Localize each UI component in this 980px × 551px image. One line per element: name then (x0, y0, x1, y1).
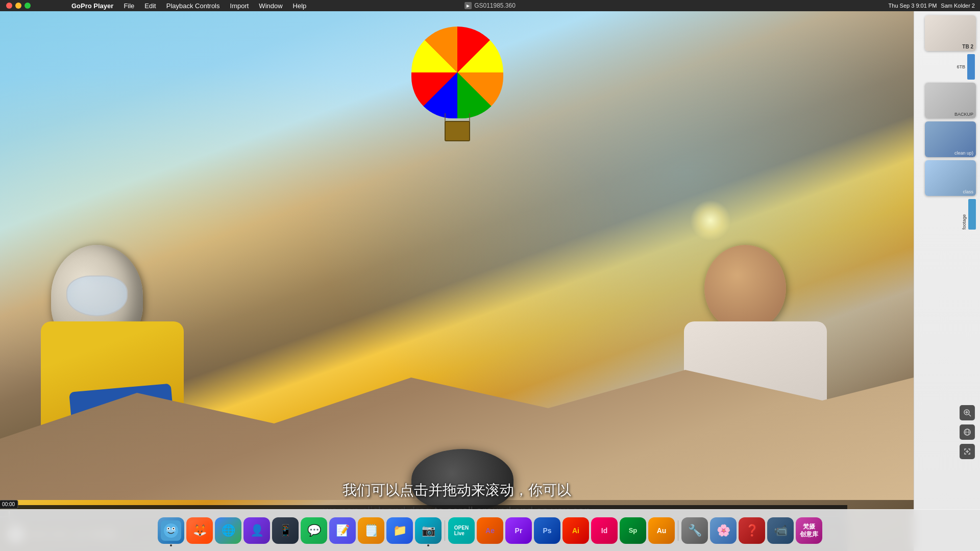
sidebar-item-class: class (918, 160, 976, 196)
balloon-basket (445, 121, 470, 141)
video-container[interactable]: 我们可以点击并拖动来滚动，你可以 we can click and drag t… (0, 11, 914, 551)
dock-item-pr[interactable]: Pr (505, 517, 532, 544)
misc1-icon: 🔧 (688, 524, 702, 537)
sidebar-card-cleanup[interactable]: clean up) (925, 121, 976, 157)
menu-window[interactable]: Window (254, 0, 287, 11)
file-name: GS011985.360 (474, 2, 516, 9)
dock-item-ai[interactable]: Ai (562, 517, 589, 544)
dock-item-opentype[interactable]: OPENLive (448, 517, 475, 544)
sidebar-card-class[interactable]: class (925, 160, 976, 196)
menu-help[interactable]: Help (288, 0, 312, 11)
app1-icon: 👤 (250, 524, 264, 537)
ae-label: Ae (485, 527, 495, 535)
dock-item-finder[interactable] (158, 517, 184, 544)
id-label: Id (601, 527, 607, 535)
dock-item-chrome[interactable]: 🌐 (215, 517, 241, 544)
spherical-button[interactable] (960, 424, 975, 440)
maximize-button[interactable] (24, 3, 31, 9)
app-name[interactable]: GoPro Player (31, 2, 118, 10)
sidebar-card-backup[interactable]: BACKUP (925, 83, 976, 118)
dock-item-firefox[interactable]: 🦊 (186, 517, 213, 544)
sun-glare (690, 200, 731, 241)
balloon-body (411, 27, 503, 118)
pr-label: Pr (515, 527, 523, 535)
dock-item-notes[interactable]: 🗒️ (358, 517, 384, 544)
sidebar-bar-6tb (967, 54, 975, 80)
sidebar-cleanup-label: clean up) (954, 151, 973, 156)
person-right-head (704, 245, 786, 332)
au-label: Au (657, 527, 667, 535)
right-sidebar: 6TB BACKUP clean up) class footage (914, 11, 980, 551)
balloon (411, 27, 503, 139)
menu-bar-right: Thu Sep 3 9:01 PM Sam Kolder 2 (889, 0, 980, 11)
dock-item-facetime[interactable]: 📹 (767, 517, 794, 544)
timeline-tooltip: 00:00 (0, 500, 18, 509)
dock-item-ps[interactable]: Ps (534, 517, 560, 544)
traffic-lights (0, 3, 31, 9)
menu-import[interactable]: Import (225, 0, 254, 11)
misc3-icon: ❓ (745, 524, 759, 537)
sidebar-footage-label: footage (962, 199, 967, 230)
close-button[interactable] (6, 3, 12, 9)
firefox-icon: 🦊 (189, 520, 210, 541)
ps-label: Ps (543, 527, 551, 535)
sidebar-backup-label: BACKUP (954, 112, 973, 117)
file-title-bar: ▶ GS011985.360 (464, 0, 516, 11)
sidebar-class-label: class (963, 189, 973, 194)
sp-label: Sp (629, 527, 638, 534)
brand-label: 梵摄创意库 (800, 523, 818, 538)
dock-item-sp[interactable]: Sp (620, 517, 646, 544)
dock-item-app4[interactable]: 📝 (329, 517, 356, 544)
right-icon-group (960, 405, 975, 459)
file-icon: ▶ (464, 2, 472, 9)
gopro-icon: 📷 (422, 524, 435, 537)
dock: 🦊 🌐 👤 📱 💬 📝 🗒️ 📁 📷 OPENLive Ae Pr Ps (0, 509, 980, 551)
dock-gopro-dot (427, 544, 429, 546)
app4-icon: 📝 (336, 524, 350, 537)
svg-point-22 (173, 528, 175, 529)
menu-edit[interactable]: Edit (139, 0, 161, 11)
misc2-icon: 🌸 (717, 524, 730, 537)
sidebar-label-6tb: 6TB (957, 64, 965, 69)
camera-equipment (411, 449, 513, 510)
app3-icon: 💬 (307, 524, 321, 537)
sidebar-item-backup: BACKUP (918, 83, 976, 118)
sidebar-item-6tb: 6TB (918, 54, 976, 80)
finder-icon (161, 520, 181, 541)
dock-item-app1[interactable]: 👤 (243, 517, 270, 544)
menu-bar-datetime: Thu Sep 3 9:01 PM (889, 3, 937, 9)
dock-item-misc1[interactable]: 🔧 (681, 517, 708, 544)
sidebar-card-tb2[interactable] (925, 15, 976, 51)
dock-item-app3[interactable]: 💬 (301, 517, 327, 544)
reframe-button[interactable] (960, 444, 975, 459)
dock-item-app2[interactable]: 📱 (272, 517, 299, 544)
chrome-icon: 🌐 (218, 520, 238, 541)
menu-items: File Edit Playback Controls Import Windo… (118, 0, 311, 11)
svg-line-9 (969, 414, 971, 416)
menu-bar-user: Sam Kolder 2 (941, 3, 975, 9)
files-icon: 📁 (393, 524, 407, 537)
zoom-in-button[interactable] (960, 405, 975, 420)
sidebar-footage-bar (968, 199, 976, 230)
dock-item-files[interactable]: 📁 (386, 517, 413, 544)
menu-playback[interactable]: Playback Controls (161, 0, 225, 11)
ai-label: Ai (572, 527, 579, 535)
minimize-button[interactable] (15, 3, 21, 9)
facetime-icon: 📹 (774, 524, 788, 537)
svg-point-21 (168, 528, 169, 529)
dock-item-ae[interactable]: Ae (477, 517, 503, 544)
video-frame: 我们可以点击并拖动来滚动，你可以 we can click and drag t… (0, 11, 914, 551)
dock-item-id[interactable]: Id (591, 517, 618, 544)
subtitle-chinese: 我们可以点击并拖动来滚动，你可以 (342, 481, 571, 500)
dock-item-gopro[interactable]: 📷 (415, 517, 442, 544)
dock-item-misc2[interactable]: 🌸 (710, 517, 737, 544)
dock-item-brand[interactable]: 梵摄创意库 (796, 517, 822, 544)
visor (66, 276, 128, 316)
sidebar-item-cleanup: clean up) (918, 121, 976, 157)
sidebar-item-footage: footage (918, 199, 976, 230)
dock-item-misc3[interactable]: ❓ (739, 517, 765, 544)
app2-icon: 📱 (279, 524, 292, 537)
dock-item-au[interactable]: Au (648, 517, 675, 544)
menu-file[interactable]: File (118, 0, 139, 11)
sidebar-item-tb2 (918, 15, 976, 51)
